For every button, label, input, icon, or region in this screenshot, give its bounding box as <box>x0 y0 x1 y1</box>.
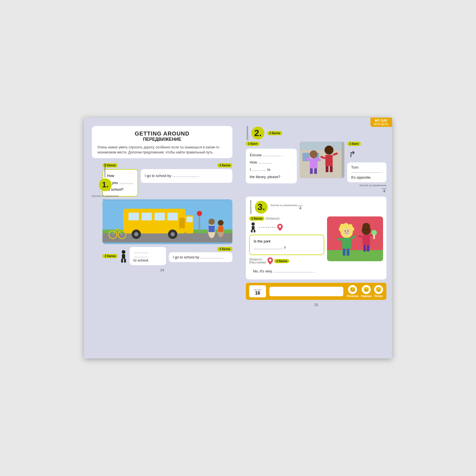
svg-point-54 <box>269 259 271 261</box>
ex2-line4: the library, please? <box>250 173 293 181</box>
bus-scene-illustration <box>102 199 232 244</box>
ex3-dist2-label-en: (Distance) <box>249 258 266 261</box>
ex2-card-excuse: Excuse …………… . How ………… I ………… to the li… <box>246 149 297 183</box>
ex2-score-fraction-label: Баллов за упражнение 4 <box>347 184 386 193</box>
bottom-left-line2: to school. <box>134 258 162 262</box>
svg-point-64 <box>345 230 346 232</box>
svg-rect-43 <box>325 155 333 166</box>
svg-point-10 <box>134 232 138 236</box>
svg-point-48 <box>251 222 255 226</box>
svg-rect-14 <box>186 217 193 222</box>
svg-rect-38 <box>310 168 313 174</box>
ex2-line1: Excuse …………… . <box>250 151 293 159</box>
ex1-top-cards: How do you ………… to school? I go to schoo… <box>102 169 232 197</box>
svg-point-42 <box>325 146 333 155</box>
card-top-right-text: I go to school by ………………… . <box>145 174 200 178</box>
score-badges-row: 2 балла 2 балла <box>102 163 232 167</box>
emoji-good: 😐 Хорошо <box>361 285 372 298</box>
ex3-content: 2 балла (Distance) <box>249 216 383 276</box>
ex3-main-card: Is the park …………………… ? <box>249 235 324 255</box>
svg-rect-49 <box>252 226 255 230</box>
ex1-bottom-right-group: 2 балла I go to school by ……………… . <box>169 247 232 265</box>
svg-rect-29 <box>122 254 125 259</box>
right-page-number: 15 <box>246 303 386 307</box>
svg-rect-50 <box>251 230 253 232</box>
ex2-card-turn: Turn …………………… . It's opposite. <box>347 162 386 182</box>
exercise1-number: 1. <box>99 178 112 191</box>
svg-point-18 <box>209 219 215 225</box>
sub-title: ПЕРЕДВИЖЕНИЕ <box>97 137 227 142</box>
svg-rect-69 <box>343 249 346 256</box>
card-bottom-right: I go to school by ……………… . <box>169 252 232 262</box>
svg-rect-3 <box>123 209 186 234</box>
ex2-turn-line1: Turn …………………… . <box>351 165 382 174</box>
ex2-illustration-area <box>300 142 344 193</box>
svg-point-21 <box>218 220 223 226</box>
ex3-frac: 4 <box>298 206 302 210</box>
ex3-score-label: Баллов за упражнение 4 <box>270 204 302 210</box>
total-score-line <box>254 287 262 290</box>
right-page: MY DAY МОЙ ДЕНЬ упражнение 2. 2 балла 1 … <box>240 118 392 358</box>
ex3-label: упражнение <box>249 200 252 214</box>
score-badge-tr: 2 балла <box>217 163 232 167</box>
emoji-bad: 😟 Плохо <box>374 285 383 298</box>
ex3-illustration-area <box>327 216 383 276</box>
ex3-box: упражнение 3. Баллов за упражнение 4 <box>246 197 386 279</box>
svg-point-74 <box>367 229 368 230</box>
pin-icon-ex3-2 <box>267 257 273 265</box>
svg-point-63 <box>343 228 351 236</box>
dotted-path-icon <box>259 226 276 228</box>
emoji-good-face: 😐 <box>362 285 371 294</box>
left-page: GETTING AROUND ПЕРЕДВИЖЕНИЕ Очень важно … <box>84 118 240 358</box>
svg-point-12 <box>171 232 175 236</box>
svg-point-28 <box>122 250 125 254</box>
ex3-left-content: 2 балла (Distance) <box>249 216 324 276</box>
emoji-excellent-face: 😊 <box>348 285 357 294</box>
ex2-turn-line2: It's opposite. <box>351 175 382 179</box>
score-label-left: Баллов за упражнение <box>92 195 119 197</box>
svg-rect-7 <box>167 213 178 221</box>
my-day-banner: MY DAY МОЙ ДЕНЬ <box>370 118 392 127</box>
emoji-excellent-label: Отлично <box>347 295 359 298</box>
svg-rect-8 <box>179 218 185 228</box>
description-text: Очень важно уметь спросить дорогу, особе… <box>97 145 227 155</box>
ex1-bottom-left-group: 2 балла ………… ………… to school. <box>102 247 166 265</box>
emoji-good-label: Хорошо <box>361 295 372 298</box>
svg-rect-19 <box>209 226 215 232</box>
bottom-right-text: I go to school by ……………… . <box>173 255 224 259</box>
main-title: GETTING AROUND <box>97 130 227 137</box>
bottom-left-line1: ………… ………… <box>134 250 162 258</box>
ex3-bottom-line: No, it's very …………………………… . <box>253 269 315 273</box>
ex1-bottom-row: 2 балла ………… ………… to school. <box>102 247 232 265</box>
ex3-walk-pin-row: 2 балла (Distance) <box>249 216 324 221</box>
my-day-sub: МОЙ ДЕНЬ <box>374 123 389 126</box>
svg-rect-45 <box>330 166 333 172</box>
ex2-right-cards: 1 балл ↱ Turn …………………… . It's opposite. … <box>347 142 386 193</box>
svg-point-73 <box>364 229 365 230</box>
svg-rect-66 <box>342 238 351 249</box>
svg-rect-39 <box>314 168 317 174</box>
person-silhouette-left <box>119 249 128 263</box>
ex2-label: упражнение <box>246 126 249 140</box>
ex2-header: упражнение 2. 2 балла <box>246 126 386 140</box>
person-silhouette-ex3 <box>249 222 257 232</box>
svg-rect-6 <box>155 213 165 221</box>
total-score-box: 16 <box>249 285 266 297</box>
svg-rect-30 <box>121 259 123 262</box>
exercise1-area: упражнение 1. Баллов за упражнение 8 2 б… <box>92 163 232 265</box>
ex3-frac-val: 4 <box>299 206 301 210</box>
svg-point-53 <box>279 225 281 228</box>
svg-rect-56 <box>327 250 383 261</box>
ex3-number: 3. <box>255 201 268 214</box>
svg-point-60 <box>344 223 349 228</box>
title-section: GETTING AROUND ПЕРЕДВИЖЕНИЕ Очень важно … <box>92 126 232 158</box>
exercise2-section: упражнение 2. 2 балла 1 балл Excuse …………… <box>246 126 386 193</box>
ex2-line3: I ………… to <box>250 166 293 173</box>
svg-point-72 <box>362 223 370 231</box>
ex2-content-row: 1 балл Excuse …………… . How ………… I ………… to… <box>246 142 386 193</box>
bus-svg <box>102 199 232 244</box>
emoji-bad-label: Плохо <box>374 295 383 298</box>
people-illustration <box>300 142 344 178</box>
my-day-label: MY DAY <box>375 119 388 123</box>
ex2-left-cards: 1 балл Excuse …………… . How ………… I ………… to… <box>246 142 297 193</box>
